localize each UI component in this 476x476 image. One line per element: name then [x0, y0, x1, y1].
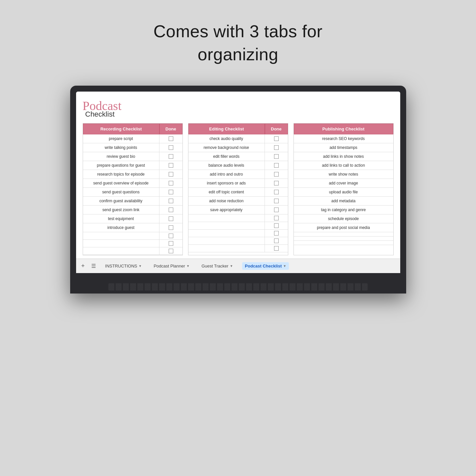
row-checkbox[interactable] [159, 161, 182, 170]
row-text: research SEO keywords [294, 134, 393, 143]
row-checkbox[interactable] [159, 179, 182, 187]
table-row [83, 232, 182, 240]
table-row: prepare questions for guest [83, 161, 182, 170]
row-text: review guest bio [83, 152, 159, 161]
publishing-header-title: Publishing Checklist [294, 124, 393, 134]
checkbox-icon[interactable] [274, 145, 279, 150]
row-text: upload audio file [294, 188, 393, 196]
tab-instructions-arrow: ▼ [139, 264, 142, 268]
podcast-title: Podcast Checklist [83, 99, 394, 118]
tab-podcast-planner[interactable]: Podcast Planner ▼ [151, 262, 192, 270]
keyboard-area [76, 280, 400, 294]
row-text: add links in show notes [294, 152, 393, 161]
table-row: edit filler words [188, 152, 288, 161]
row-checkbox[interactable] [265, 245, 288, 252]
checkbox-icon[interactable] [274, 238, 279, 243]
table-row: send guest zoom link [83, 206, 182, 214]
checkbox-icon[interactable] [169, 145, 173, 150]
tab-guest-tracker[interactable]: Guest Tracker ▼ [199, 262, 236, 270]
table-row: write talking points [83, 143, 182, 152]
checkbox-icon[interactable] [274, 154, 279, 159]
checkbox-icon[interactable] [274, 181, 279, 185]
row-checkbox[interactable] [265, 197, 288, 205]
row-text: prepare questions for guest [83, 161, 159, 170]
table-row: add intro and outro [188, 170, 288, 179]
tab-bar: + ☰ INSTRUCTIONS ▼ Podcast Planner ▼ Gue… [76, 259, 400, 273]
tab-planner-arrow: ▼ [186, 264, 190, 268]
checkbox-icon[interactable] [169, 208, 173, 212]
checkbox-icon[interactable] [169, 225, 173, 230]
tab-instructions[interactable]: INSTRUCTIONS ▼ [102, 262, 144, 270]
editing-done-header: Done [265, 124, 288, 134]
row-checkbox[interactable] [159, 240, 182, 247]
row-checkbox[interactable] [159, 223, 182, 232]
row-checkbox[interactable] [265, 206, 288, 214]
podcast-subtitle: Checklist [85, 111, 394, 118]
table-row [188, 214, 288, 222]
row-checkbox[interactable] [159, 247, 182, 255]
row-checkbox[interactable] [159, 188, 182, 196]
row-checkbox[interactable] [265, 188, 288, 196]
publishing-header: Publishing Checklist [294, 124, 393, 134]
sheet-menu-button[interactable]: ☰ [91, 263, 96, 269]
row-checkbox[interactable] [265, 143, 288, 152]
checkbox-icon[interactable] [274, 208, 279, 212]
checkbox-icon[interactable] [169, 216, 173, 221]
table-row: write show notes [294, 170, 393, 179]
row-checkbox[interactable] [265, 214, 288, 222]
row-checkbox[interactable] [265, 161, 288, 170]
checkbox-icon[interactable] [274, 216, 279, 220]
row-checkbox[interactable] [265, 237, 288, 244]
checkbox-icon[interactable] [169, 154, 173, 159]
row-checkbox[interactable] [265, 230, 288, 237]
checkbox-icon[interactable] [169, 241, 173, 246]
table-row: send guest questions [83, 188, 182, 197]
row-checkbox[interactable] [265, 170, 288, 179]
row-checkbox[interactable] [159, 232, 182, 239]
recording-rows: prepare script write talking points revi… [83, 134, 182, 255]
row-checkbox[interactable] [159, 170, 182, 179]
row-checkbox[interactable] [159, 197, 182, 205]
row-text [83, 232, 159, 239]
checkbox-icon[interactable] [169, 163, 173, 168]
checkbox-icon[interactable] [169, 190, 173, 194]
checkbox-icon[interactable] [169, 136, 173, 141]
checkbox-icon[interactable] [274, 190, 279, 194]
row-checkbox[interactable] [265, 152, 288, 161]
laptop-screen: Podcast Checklist Recording Checklist Do… [76, 92, 400, 273]
row-checkbox[interactable] [265, 179, 288, 187]
row-text [188, 214, 265, 222]
checkbox-icon[interactable] [169, 199, 173, 203]
row-text: prepare script [83, 134, 159, 143]
table-row: research topics for episode [83, 170, 182, 179]
row-text: introduce guest [83, 223, 159, 232]
row-text: tag in category and genre [294, 206, 393, 214]
row-checkbox[interactable] [265, 222, 288, 229]
checkbox-icon[interactable] [169, 249, 173, 253]
checkbox-icon[interactable] [169, 172, 173, 177]
add-sheet-button[interactable]: + [81, 263, 85, 269]
row-text: add cover image [294, 179, 393, 187]
table-row: add links in show notes [294, 152, 393, 161]
checkbox-icon[interactable] [274, 231, 279, 236]
row-text: schedule episode [294, 214, 393, 223]
table-row [188, 230, 288, 237]
row-checkbox[interactable] [159, 143, 182, 152]
row-checkbox[interactable] [159, 152, 182, 161]
row-checkbox[interactable] [265, 134, 288, 143]
tab-podcast-checklist[interactable]: Podcast Checklist ▼ [242, 262, 289, 270]
row-checkbox[interactable] [159, 134, 182, 143]
checkbox-icon[interactable] [274, 199, 279, 203]
row-checkbox[interactable] [159, 206, 182, 214]
checkbox-icon[interactable] [274, 246, 279, 251]
table-row [188, 222, 288, 230]
laptop: Podcast Checklist Recording Checklist Do… [70, 86, 406, 294]
checkbox-icon[interactable] [274, 223, 279, 228]
checkbox-icon[interactable] [274, 172, 279, 177]
checkbox-icon[interactable] [169, 234, 173, 238]
checkbox-icon[interactable] [274, 163, 279, 168]
row-checkbox[interactable] [159, 214, 182, 223]
row-text: prepare and post social media [294, 223, 393, 232]
checkbox-icon[interactable] [169, 181, 173, 185]
checkbox-icon[interactable] [274, 136, 279, 141]
